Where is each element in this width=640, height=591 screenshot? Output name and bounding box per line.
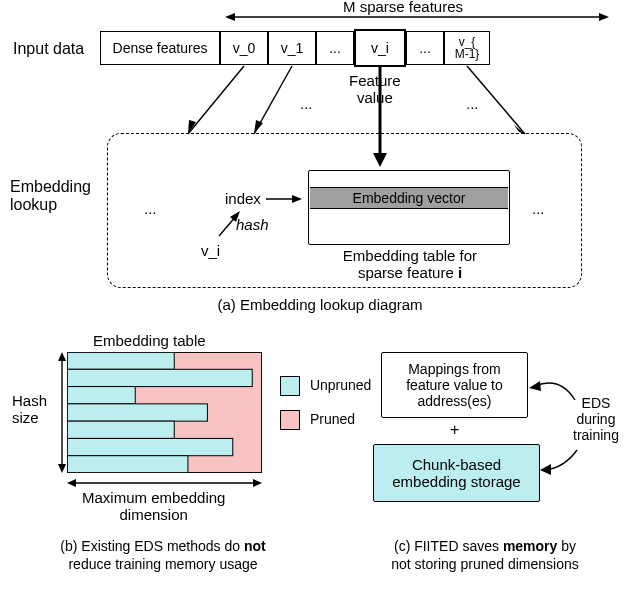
legend-unpruned-swatch (280, 376, 300, 396)
cell-dense: Dense features (100, 31, 220, 65)
cell-vm1: v_{ M-1} (444, 31, 490, 65)
caption-b-bold: not (244, 538, 266, 554)
caption-b-text2: reduce training memory usage (68, 556, 257, 572)
index-arrow (266, 190, 306, 208)
feature-value-label: Feature value (349, 73, 401, 106)
m-sparse-label: M sparse features (340, 0, 466, 15)
svg-rect-20 (67, 421, 174, 438)
svg-marker-31 (540, 464, 551, 475)
svg-marker-26 (58, 464, 66, 473)
svg-marker-12 (292, 195, 302, 203)
cell-v0-text: v_0 (233, 40, 256, 56)
cell-vi: v_i (354, 29, 406, 67)
caption-b-text1: (b) Existing EDS methods do (60, 538, 240, 554)
cell-v0: v_0 (220, 31, 268, 65)
svg-marker-4 (188, 120, 196, 134)
cell-ell2-text: ... (419, 40, 431, 56)
ellipsis-top: ... (300, 95, 313, 112)
hash-size-label: Hash size (12, 393, 47, 426)
ellipsis-right-top: ... (466, 95, 479, 112)
hash-label: hash (236, 216, 269, 233)
svg-marker-1 (225, 13, 235, 21)
hash-size-arrow (55, 352, 69, 473)
caption-c: (c) FIITED saves memory by not storing p… (350, 538, 620, 573)
svg-marker-2 (599, 13, 609, 21)
legend-pruned-text: Pruned (310, 411, 355, 427)
ellipsis-box-right: ... (532, 200, 545, 217)
embedding-vector-row: Embedding vector (310, 187, 508, 209)
svg-marker-28 (67, 479, 76, 487)
input-data-label: Input data (13, 40, 84, 58)
svg-rect-21 (67, 438, 233, 455)
embedding-table-caption: Embedding table for sparse feature i (320, 248, 500, 281)
eds-label: EDS during training (573, 395, 619, 443)
cell-ell2: ... (406, 31, 444, 65)
legend-pruned: Pruned (280, 410, 355, 430)
svg-rect-18 (67, 387, 135, 404)
embedding-table-title: Embedding table (93, 332, 206, 349)
embedding-table-chart (67, 352, 262, 473)
cell-ell1-text: ... (329, 40, 341, 56)
caption-a: (a) Embedding lookup diagram (170, 296, 470, 313)
cell-vm1-text: v_{ M-1} (455, 36, 480, 60)
cell-v1: v_1 (268, 31, 316, 65)
svg-marker-29 (253, 479, 262, 487)
svg-rect-19 (67, 404, 207, 421)
caption-c-text1: (c) FIITED saves (394, 538, 499, 554)
cell-dense-text: Dense features (113, 40, 208, 56)
svg-rect-22 (67, 456, 188, 473)
vi-below-label: v_i (201, 242, 220, 259)
svg-line-3 (188, 66, 244, 134)
max-dim-label: Maximum embedding dimension (82, 489, 225, 524)
index-label: index (225, 190, 261, 207)
chunk-text: Chunk-based embedding storage (392, 456, 520, 491)
svg-marker-30 (529, 381, 541, 391)
legend-unpruned: Unpruned (280, 376, 371, 396)
mappings-box: Mappings from feature value to address(e… (381, 352, 528, 418)
embedding-vector-text: Embedding vector (353, 190, 466, 206)
svg-line-5 (254, 66, 292, 134)
mappings-text: Mappings from feature value to address(e… (406, 361, 503, 409)
embedding-lookup-label: Embedding lookup (10, 178, 91, 215)
svg-rect-16 (67, 352, 174, 369)
cell-v1-text: v_1 (281, 40, 304, 56)
svg-marker-25 (58, 352, 66, 361)
cell-vi-text: v_i (371, 40, 389, 56)
chunk-box: Chunk-based embedding storage (373, 444, 540, 502)
svg-rect-17 (67, 369, 252, 386)
cell-ell1: ... (316, 31, 354, 65)
plus-label: + (450, 421, 459, 439)
legend-pruned-swatch (280, 410, 300, 430)
caption-b: (b) Existing EDS methods do not reduce t… (18, 538, 308, 573)
svg-marker-6 (254, 120, 263, 134)
max-dim-arrow (67, 476, 262, 490)
embedding-table-caption-i: i (458, 264, 462, 281)
caption-c-bold: memory (503, 538, 557, 554)
ellipsis-box-left: ... (144, 200, 157, 217)
legend-unpruned-text: Unpruned (310, 377, 372, 393)
